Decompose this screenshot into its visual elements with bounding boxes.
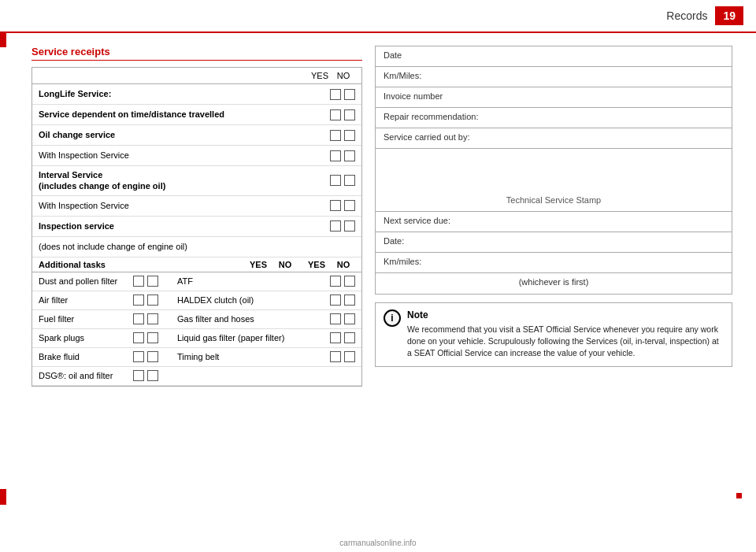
side-marker-top [0, 31, 6, 47]
wi1-no-cb[interactable] [344, 150, 355, 161]
fuel-yes-cb[interactable] [133, 313, 144, 324]
fuel-no-cb[interactable] [147, 313, 158, 324]
gas-filter-cbs [330, 313, 355, 324]
dsg-yes-cb[interactable] [133, 370, 144, 381]
repair-field: Repair recommendation: [376, 108, 732, 128]
km-miles-2-field: Km/miles: [376, 253, 732, 273]
wi2-yes-cb[interactable] [330, 200, 341, 211]
additional-right-cols: YES NO [305, 260, 355, 269]
atf-yes-cb[interactable] [330, 276, 341, 287]
receipt-row-with-inspection-1: With Inspection Service [32, 146, 361, 166]
air-yes-cb[interactable] [133, 295, 144, 306]
dsg-no-cb[interactable] [147, 370, 158, 381]
inspection-no-cb[interactable] [344, 220, 355, 232]
service-dependent-checkboxes [330, 109, 355, 120]
receipt-row-oil-change: Oil change service [32, 125, 361, 146]
next-date-field: Date: [376, 232, 732, 253]
brake-fluid-label: Brake fluid [39, 352, 133, 361]
receipts-table: YES NO LongLife Service: Service depende… [32, 67, 362, 387]
invoice-field: Invoice number [376, 87, 732, 108]
add-right-yes: YES [305, 260, 328, 269]
header-page-number: 19 [715, 6, 743, 25]
brake-yes-cb[interactable] [133, 351, 144, 362]
km-miles-label: Km/Miles: [384, 71, 421, 80]
service-dep-yes-cb[interactable] [330, 109, 341, 120]
atf-no-cb[interactable] [344, 276, 355, 287]
service-carried-field: Service carried out by: [376, 128, 732, 149]
with-inspection-2-label: With Inspection Service [39, 200, 330, 211]
service-dep-no-cb[interactable] [344, 109, 355, 120]
liquid-no-cb[interactable] [344, 332, 355, 343]
no-engine-oil-label: (does not include change of engine oil) [39, 241, 355, 252]
haldex-yes-cb[interactable] [330, 295, 341, 306]
with-inspection-1-checkboxes [330, 150, 355, 161]
oil-change-no-cb[interactable] [344, 130, 355, 141]
spark-cbs [133, 332, 172, 343]
inspection-yes-cb[interactable] [330, 220, 341, 232]
spark-yes-cb[interactable] [133, 332, 144, 343]
additional-row-air: Air filter HALDEX clutch (oil) [32, 291, 361, 310]
header-title: Records [666, 9, 707, 22]
gas-yes-cb[interactable] [330, 313, 341, 324]
page-header: Records 19 [0, 0, 756, 33]
wi2-no-cb[interactable] [344, 200, 355, 211]
brake-no-cb[interactable] [147, 351, 158, 362]
note-icon: i [384, 309, 401, 327]
watermark: carmanualsonline.info [339, 539, 416, 547]
note-text: We recommend that you visit a SEAT Offic… [407, 324, 724, 360]
receipt-row-interval: Interval Service (includes change of eng… [32, 166, 361, 196]
haldex-cbs [330, 295, 355, 306]
liquid-yes-cb[interactable] [330, 332, 341, 343]
fuel-cbs [133, 313, 172, 324]
repair-label: Repair recommendation: [384, 112, 478, 121]
oil-change-yes-cb[interactable] [330, 130, 341, 141]
km-miles-field: Km/Miles: [376, 67, 732, 87]
service-dependent-label: Service dependent on time/distance trave… [39, 109, 330, 120]
timing-belt-label: Timing belt [172, 352, 330, 361]
with-inspection-1-label: With Inspection Service [39, 150, 330, 161]
interval-yes-cb[interactable] [330, 175, 341, 186]
additional-row-brake: Brake fluid Timing belt [32, 348, 361, 367]
timing-yes-cb[interactable] [330, 351, 341, 362]
gas-no-cb[interactable] [344, 313, 355, 324]
wi1-yes-cb[interactable] [330, 150, 341, 161]
receipt-row-service-dependent: Service dependent on time/distance trave… [32, 105, 361, 125]
whichever-field: (whichever is first) [376, 273, 732, 294]
date-label: Date [384, 50, 402, 60]
whichever-label: (whichever is first) [519, 277, 589, 287]
interval-no-cb[interactable] [344, 175, 355, 186]
add-col-no: NO [273, 260, 297, 269]
spark-no-cb[interactable] [147, 332, 158, 343]
timing-no-cb[interactable] [344, 351, 355, 362]
receipt-row-longlife: LongLife Service: [32, 84, 361, 105]
receipt-row-no-engine-oil: (does not include change of engine oil) [32, 237, 361, 257]
dust-yes-cb[interactable] [133, 276, 144, 287]
receipts-table-header: YES NO [32, 68, 361, 84]
longlife-yes-cb[interactable] [330, 89, 341, 100]
haldex-no-cb[interactable] [344, 295, 355, 306]
add-right-no: NO [332, 260, 355, 269]
longlife-no-cb[interactable] [344, 89, 355, 100]
next-service-field: Next service due: [376, 212, 732, 232]
fuel-filter-label: Fuel filter [39, 314, 133, 324]
timing-belt-cbs [330, 351, 355, 362]
note-content: Note We recommend that you visit a SEAT … [407, 309, 724, 360]
longlife-checkboxes [330, 89, 355, 100]
receipt-row-with-inspection-2: With Inspection Service [32, 196, 361, 217]
note-box: i Note We recommend that you visit a SEA… [375, 302, 732, 367]
dsg-label: DSG®: oil and filter [39, 371, 133, 380]
interval-label: Interval Service (includes change of eng… [39, 169, 330, 192]
liquid-gas-cbs [330, 332, 355, 343]
interval-checkboxes [330, 175, 355, 186]
atf-label: ATF [172, 276, 330, 286]
dust-no-cb[interactable] [147, 276, 158, 287]
spark-plugs-label: Spark plugs [39, 333, 133, 343]
red-dot-marker [736, 493, 742, 498]
service-info-box: Date Km/Miles: Invoice number Repair rec… [375, 46, 732, 295]
main-content: Service receipts YES NO LongLife Service… [0, 33, 756, 546]
stamp-label: Technical Service Stamp [506, 195, 601, 205]
air-no-cb[interactable] [147, 295, 158, 306]
dust-cbs [133, 276, 172, 287]
side-marker-bottom [0, 489, 6, 505]
longlife-label: LongLife Service: [39, 88, 330, 99]
